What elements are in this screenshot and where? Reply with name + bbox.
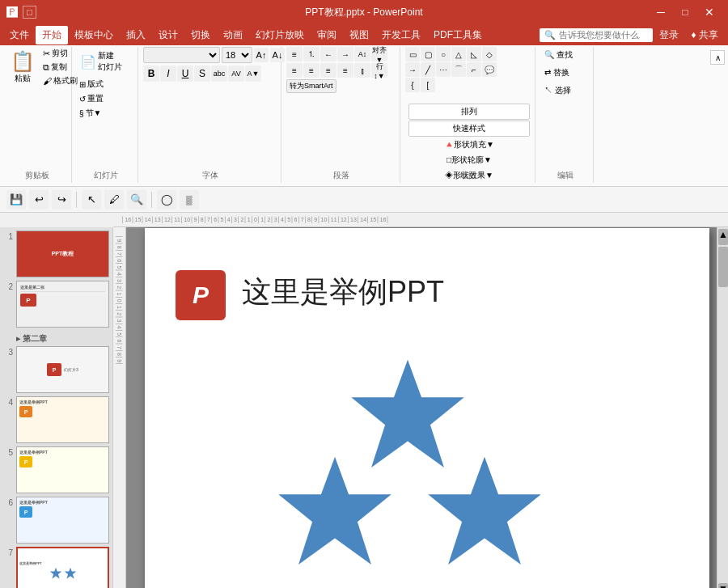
char-space-button[interactable]: AV xyxy=(228,66,244,82)
window-restore-icon[interactable]: □ xyxy=(23,6,36,19)
numbering-button[interactable]: ⒈ xyxy=(303,47,320,61)
menu-view[interactable]: 视图 xyxy=(343,26,375,44)
menu-file[interactable]: 文件 xyxy=(3,26,36,44)
sort-button[interactable]: 排列 xyxy=(408,104,530,120)
align-right-button[interactable]: ≡ xyxy=(320,63,336,78)
line-spacing-button[interactable]: 行↕▼ xyxy=(371,63,387,78)
help-search-input[interactable] xyxy=(559,30,640,40)
shape-bend[interactable]: ⌐ xyxy=(467,62,481,77)
shape-rtriangle[interactable]: ◺ xyxy=(467,47,481,61)
italic-button[interactable]: I xyxy=(160,66,176,82)
shape-arc[interactable]: ⌒ xyxy=(451,62,466,77)
font-name-select[interactable] xyxy=(143,47,220,63)
slides-group-label: 幻灯片 xyxy=(74,170,138,181)
justify-button[interactable]: ≡ xyxy=(337,63,353,78)
undo-tool-button[interactable]: ↩ xyxy=(29,190,49,209)
svg-marker-3 xyxy=(278,457,392,565)
slide-thumb-3[interactable]: 3 P 幻灯片3 xyxy=(3,346,109,393)
quick-styles-button[interactable]: 快速样式 xyxy=(408,121,530,137)
shape-arrow[interactable]: → xyxy=(405,62,420,77)
slide-thumb-4[interactable]: 4 这里是举例PPT P xyxy=(3,396,109,443)
fill-tool-button[interactable]: ▒ xyxy=(180,190,199,209)
font-size-select[interactable]: 18 xyxy=(222,47,252,63)
slide-title[interactable]: 这里是举例PPT xyxy=(242,273,444,312)
close-button[interactable]: ✕ xyxy=(697,0,722,24)
editing-group: 🔍 查找 ⇄ 替换 ↖ 选择 编辑 xyxy=(537,47,594,183)
align-center-button[interactable]: ≡ xyxy=(303,63,320,78)
slide-thumb-2[interactable]: 2 这里是第二张 P xyxy=(3,281,109,328)
shape-oval[interactable]: ○ xyxy=(436,47,451,61)
minimize-button[interactable]: ─ xyxy=(649,0,673,24)
scroll-thumb[interactable] xyxy=(718,247,728,287)
paint-tool-button[interactable]: 🖊 xyxy=(104,190,124,209)
slide-thumb-1[interactable]: 1 PPT教程 xyxy=(3,231,109,277)
new-slide-button[interactable]: 📄 新建幻灯片 xyxy=(77,47,125,76)
shape-bracket[interactable]: [ xyxy=(421,78,435,92)
menu-pdf[interactable]: PDF工具集 xyxy=(427,26,489,44)
cursor-tool-button[interactable]: ↖ xyxy=(82,190,101,209)
section-button[interactable]: § 节▼ xyxy=(77,107,104,120)
shape-tool-button[interactable]: ◯ xyxy=(157,190,176,209)
menu-review[interactable]: 审阅 xyxy=(311,26,343,44)
underline-button[interactable]: U xyxy=(177,66,193,82)
zoom-tool-button[interactable]: 🔍 xyxy=(127,190,146,209)
increase-font-button[interactable]: A↑ xyxy=(254,48,269,62)
shape-triangle[interactable]: △ xyxy=(451,47,466,61)
shape-rect[interactable]: ▭ xyxy=(405,47,420,61)
select-button[interactable]: ↖ 选择 xyxy=(540,82,575,99)
slide-thumb-7[interactable]: 7 这里是举例PPT xyxy=(3,547,109,588)
ribbon-collapse-button[interactable]: ∧ xyxy=(710,50,725,65)
scroll-up-button[interactable]: ▲ xyxy=(718,229,728,245)
shape-fill-button[interactable]: 🔺形状填充▼ xyxy=(408,137,530,152)
slide-canvas[interactable]: P 这里是举例PPT xyxy=(145,228,709,588)
scroll-down-button[interactable]: ▼ xyxy=(718,583,728,588)
paste-button[interactable]: 📋 粘贴 xyxy=(6,47,39,87)
menu-developer[interactable]: 开发工具 xyxy=(375,26,427,44)
shape-line[interactable]: ╱ xyxy=(421,62,435,77)
stars-group[interactable] xyxy=(270,353,675,588)
restore-button[interactable]: □ xyxy=(673,0,697,24)
indent-right-button[interactable]: → xyxy=(337,47,353,61)
share-button[interactable]: ♦ 共享 xyxy=(685,26,725,44)
align-button[interactable]: 对齐▼ xyxy=(371,47,387,61)
columns-button[interactable]: ⫿ xyxy=(354,63,370,78)
strikethrough-button[interactable]: S xyxy=(194,66,210,82)
reset-icon: ↺ xyxy=(79,95,86,104)
smartart-button[interactable]: 转为SmartArt xyxy=(286,79,336,93)
shape-callout[interactable]: 💬 xyxy=(482,62,497,77)
shadow-button[interactable]: abc xyxy=(211,66,227,82)
menu-animation[interactable]: 动画 xyxy=(217,26,249,44)
shape-more[interactable]: ⋯ xyxy=(436,62,451,77)
paste-label: 粘贴 xyxy=(15,73,31,84)
font-color-button[interactable]: A▼ xyxy=(245,66,261,82)
reset-button[interactable]: ↺ 重置 xyxy=(77,92,106,105)
shape-brace[interactable]: { xyxy=(405,78,420,92)
slide-thumb-6[interactable]: 6 这里是举例PPT P xyxy=(3,497,109,544)
bold-button[interactable]: B xyxy=(143,66,159,82)
vertical-scrollbar[interactable]: ▲ ▼ xyxy=(717,227,728,588)
replace-button[interactable]: ⇄ 替换 xyxy=(540,65,574,81)
star-bottom-left xyxy=(270,451,400,576)
bullets-button[interactable]: ≡ xyxy=(286,47,303,61)
slide-canvas-area[interactable]: │9│8│7│6│5│4│3│2│1│0│1│2│3│4│5│6│7│8│9│ … xyxy=(113,227,728,588)
help-search-box[interactable]: 🔍 xyxy=(540,28,653,42)
layout-button[interactable]: ⊞ 版式 xyxy=(77,78,106,91)
editing-group-label: 编辑 xyxy=(537,170,593,181)
shape-round-rect[interactable]: ▢ xyxy=(421,47,435,61)
indent-left-button[interactable]: ← xyxy=(320,47,336,61)
menu-design[interactable]: 设计 xyxy=(152,26,184,44)
login-button[interactable]: 登录 xyxy=(653,26,685,44)
menu-slideshow[interactable]: 幻灯片放映 xyxy=(249,26,311,44)
slide-thumb-5[interactable]: 5 这里是举例PPT P xyxy=(3,446,109,493)
redo-tool-button[interactable]: ↪ xyxy=(52,190,71,209)
menu-transition[interactable]: 切换 xyxy=(184,26,217,44)
text-direction-button[interactable]: A↕ xyxy=(354,47,370,61)
menu-home[interactable]: 开始 xyxy=(36,26,68,44)
find-button[interactable]: 🔍 查找 xyxy=(540,47,577,63)
align-left-button[interactable]: ≡ xyxy=(286,63,303,78)
shape-diamond[interactable]: ◇ xyxy=(482,47,497,61)
menu-insert[interactable]: 插入 xyxy=(120,26,152,44)
save-tool-button[interactable]: 💾 xyxy=(6,190,26,209)
shape-outline-button[interactable]: □形状轮廓▼ xyxy=(408,153,530,167)
menu-template[interactable]: 模板中心 xyxy=(68,26,120,44)
